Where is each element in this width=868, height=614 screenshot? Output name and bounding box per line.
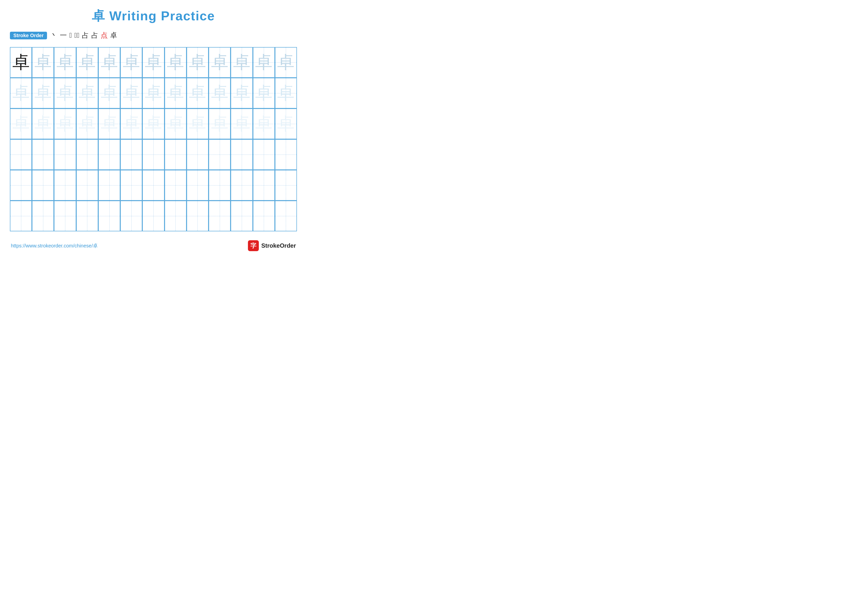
- char-display: 卓: [255, 115, 273, 132]
- footer-url[interactable]: https://www.strokeorder.com/chinese/卓: [11, 242, 98, 249]
- cell-4-7[interactable]: [142, 140, 164, 169]
- cell-6-7[interactable]: [142, 201, 164, 231]
- cell-6-8[interactable]: [164, 201, 186, 231]
- cell-5-10[interactable]: [209, 170, 231, 200]
- cell-4-1[interactable]: [10, 140, 32, 169]
- cell-1-6[interactable]: 卓: [120, 48, 142, 77]
- cell-2-13[interactable]: 卓: [275, 78, 296, 108]
- cell-2-9[interactable]: 卓: [186, 78, 209, 108]
- char-display: 卓: [101, 84, 118, 102]
- cell-2-7[interactable]: 卓: [142, 78, 164, 108]
- cell-3-9[interactable]: 卓: [186, 109, 209, 139]
- stroke-8: 卓: [110, 31, 117, 40]
- cell-5-9[interactable]: [186, 170, 209, 200]
- char-display: 卓: [189, 84, 206, 102]
- cell-4-5[interactable]: [98, 140, 120, 169]
- cell-4-4[interactable]: [76, 140, 98, 169]
- cell-2-4[interactable]: 卓: [76, 78, 98, 108]
- cell-6-13[interactable]: [275, 201, 296, 231]
- cell-2-8[interactable]: 卓: [164, 78, 186, 108]
- char-display: 卓: [277, 54, 294, 71]
- cell-3-1[interactable]: 卓: [10, 109, 32, 139]
- cell-3-13[interactable]: 卓: [275, 109, 296, 139]
- char-display: 卓: [167, 54, 184, 71]
- char-display: 卓: [123, 54, 140, 71]
- cell-1-4[interactable]: 卓: [76, 48, 98, 77]
- cell-2-1[interactable]: 卓: [10, 78, 32, 108]
- cell-4-2[interactable]: [32, 140, 54, 169]
- cell-3-7[interactable]: 卓: [142, 109, 164, 139]
- cell-1-3[interactable]: 卓: [54, 48, 76, 77]
- cell-5-3[interactable]: [54, 170, 76, 200]
- cell-6-2[interactable]: [32, 201, 54, 231]
- stroke-7: 点: [101, 31, 108, 40]
- cell-1-5[interactable]: 卓: [98, 48, 120, 77]
- cell-4-9[interactable]: [186, 140, 209, 169]
- cell-1-13[interactable]: 卓: [275, 48, 296, 77]
- cell-2-10[interactable]: 卓: [209, 78, 231, 108]
- cell-1-2[interactable]: 卓: [32, 48, 54, 77]
- char-display: 卓: [34, 115, 52, 132]
- cell-1-10[interactable]: 卓: [209, 48, 231, 77]
- cell-5-5[interactable]: [98, 170, 120, 200]
- cell-6-12[interactable]: [253, 201, 275, 231]
- cell-6-5[interactable]: [98, 201, 120, 231]
- char-display: 卓: [277, 115, 294, 132]
- cell-3-8[interactable]: 卓: [164, 109, 186, 139]
- cell-6-3[interactable]: [54, 201, 76, 231]
- char-display: 卓: [277, 84, 294, 102]
- cell-6-4[interactable]: [76, 201, 98, 231]
- cell-2-6[interactable]: 卓: [120, 78, 142, 108]
- cell-4-12[interactable]: [253, 140, 275, 169]
- cell-3-4[interactable]: 卓: [76, 109, 98, 139]
- cell-5-6[interactable]: [120, 170, 142, 200]
- cell-5-4[interactable]: [76, 170, 98, 200]
- cell-2-5[interactable]: 卓: [98, 78, 120, 108]
- cell-4-6[interactable]: [120, 140, 142, 169]
- char-display: 卓: [189, 115, 206, 132]
- cell-3-11[interactable]: 卓: [231, 109, 253, 139]
- cell-2-11[interactable]: 卓: [231, 78, 253, 108]
- cell-5-1[interactable]: [10, 170, 32, 200]
- cell-5-2[interactable]: [32, 170, 54, 200]
- stroke-2: 一: [60, 31, 67, 40]
- cell-5-8[interactable]: [164, 170, 186, 200]
- char-display: 卓: [233, 115, 250, 132]
- cell-1-1[interactable]: 卓: [10, 48, 32, 77]
- cell-5-13[interactable]: [275, 170, 296, 200]
- char-display: 卓: [56, 84, 74, 102]
- cell-6-11[interactable]: [231, 201, 253, 231]
- cell-1-8[interactable]: 卓: [164, 48, 186, 77]
- cell-3-12[interactable]: 卓: [253, 109, 275, 139]
- char-display: 卓: [123, 84, 140, 102]
- cell-4-8[interactable]: [164, 140, 186, 169]
- stroke-6: 占: [91, 31, 98, 40]
- cell-6-1[interactable]: [10, 201, 32, 231]
- cell-4-3[interactable]: [54, 140, 76, 169]
- cell-1-9[interactable]: 卓: [186, 48, 209, 77]
- cell-1-12[interactable]: 卓: [253, 48, 275, 77]
- cell-2-3[interactable]: 卓: [54, 78, 76, 108]
- cell-3-10[interactable]: 卓: [209, 109, 231, 139]
- cell-4-10[interactable]: [209, 140, 231, 169]
- cell-3-3[interactable]: 卓: [54, 109, 76, 139]
- cell-5-12[interactable]: [253, 170, 275, 200]
- char-display: 卓: [78, 115, 96, 132]
- cell-1-7[interactable]: 卓: [142, 48, 164, 77]
- cell-2-2[interactable]: 卓: [32, 78, 54, 108]
- stroke-order-row: Stroke Order 丶 一 𠂇 𠂇占 占 占 点 卓: [10, 31, 297, 40]
- cell-3-5[interactable]: 卓: [98, 109, 120, 139]
- cell-3-6[interactable]: 卓: [120, 109, 142, 139]
- cell-3-2[interactable]: 卓: [32, 109, 54, 139]
- cell-4-13[interactable]: [275, 140, 296, 169]
- cell-1-11[interactable]: 卓: [231, 48, 253, 77]
- cell-2-12[interactable]: 卓: [253, 78, 275, 108]
- cell-5-7[interactable]: [142, 170, 164, 200]
- cell-6-6[interactable]: [120, 201, 142, 231]
- cell-4-11[interactable]: [231, 140, 253, 169]
- char-display: 卓: [167, 115, 184, 132]
- cell-6-9[interactable]: [186, 201, 209, 231]
- stroke-order-badge: Stroke Order: [10, 32, 47, 39]
- cell-6-10[interactable]: [209, 201, 231, 231]
- cell-5-11[interactable]: [231, 170, 253, 200]
